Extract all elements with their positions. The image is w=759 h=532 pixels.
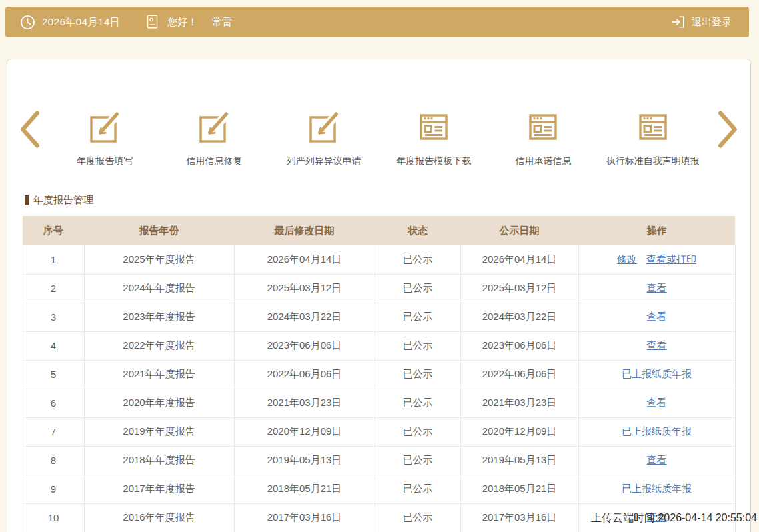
template-page-icon	[525, 109, 561, 145]
last-modified-date: 2019年05月13日	[234, 446, 375, 475]
action-link[interactable]: 查看	[647, 311, 667, 322]
action-link[interactable]: 查看	[647, 397, 667, 408]
action-link[interactable]: 查看或打印	[646, 253, 696, 265]
row-number: 6	[23, 389, 84, 417]
last-modified-date: 2020年12月09日	[234, 417, 375, 446]
table-body: 12025年年度报告2026年04月14日已公示2026年04月14日修改查看或…	[23, 245, 735, 532]
username: 常雷	[212, 16, 232, 29]
table-row: 52021年年度报告2022年06月06日已公示2022年06月06日已上报纸质…	[23, 360, 735, 389]
action-status-text: 已上报纸质年报	[622, 425, 692, 437]
table-row: 22024年年度报告2025年03月12日已公示2025年03月12日查看	[23, 274, 735, 303]
logout-icon	[670, 14, 686, 30]
status: 已公示	[375, 245, 460, 274]
table-row: 32023年年度报告2024年03月22日已公示2024年03月22日查看	[23, 303, 735, 331]
actions-cell: 已上报纸质年报	[578, 417, 735, 446]
carousel-item[interactable]: 年度报告模板下载	[379, 109, 488, 167]
carousel-item-label: 信用信息修复	[186, 155, 242, 167]
logout-button[interactable]: 退出登录	[670, 14, 732, 30]
publish-date: 2026年04月14日	[460, 245, 578, 274]
last-modified-date: 2025年03月12日	[234, 274, 375, 303]
actions-cell: 查看	[578, 274, 735, 303]
logout-label: 退出登录	[692, 16, 732, 29]
column-header: 公示日期	[460, 216, 578, 245]
actions-cell: 已上报纸质年报	[578, 475, 735, 503]
row-number: 9	[23, 475, 84, 503]
column-header: 操作	[578, 216, 735, 245]
action-link[interactable]: 修改	[617, 253, 637, 265]
actions-cell: 查看	[578, 389, 735, 417]
main-panel: 年度报告填写 信用信息修复 列严列异异议申请 年度报告模板下载 信用承诺信息	[7, 59, 751, 532]
chevron-left-icon	[18, 110, 42, 149]
action-status-text: 已上报纸质年报	[622, 368, 692, 379]
carousel-item-label: 年度报告填写	[77, 155, 133, 167]
section-title: 年度报告管理	[25, 194, 750, 207]
report-year: 2025年年度报告	[84, 245, 234, 274]
topbar-left-group: 2026年04月14日 您好！ 常雷	[5, 14, 232, 30]
column-header: 最后修改日期	[234, 216, 375, 245]
carousel-item[interactable]: 执行标准自我声明填报	[598, 109, 708, 167]
report-year: 2020年年度报告	[84, 389, 234, 417]
carousel-next-button[interactable]	[716, 110, 740, 149]
status: 已公示	[375, 475, 460, 503]
table-row: 72019年年度报告2020年12月09日已公示2020年12月09日已上报纸质…	[23, 417, 735, 446]
column-header: 序号	[23, 216, 84, 245]
table-header-row: 序号报告年份最后修改日期状态公示日期操作	[23, 216, 735, 245]
row-number: 10	[23, 503, 84, 532]
carousel-prev-button[interactable]	[18, 110, 42, 149]
id-badge-icon	[145, 14, 159, 30]
carousel-item[interactable]: 年度报告填写	[50, 109, 159, 167]
publish-date: 2018年05月21日	[460, 475, 578, 503]
last-modified-date: 2026年04月14日	[234, 245, 375, 274]
edit-square-icon	[196, 109, 232, 145]
report-year: 2016年年度报告	[84, 503, 234, 532]
carousel-item-label: 信用承诺信息	[515, 155, 571, 167]
status: 已公示	[375, 331, 460, 360]
report-year: 2017年年度报告	[84, 475, 234, 503]
last-modified-date: 2024年03月22日	[234, 303, 375, 331]
status: 已公示	[375, 303, 460, 331]
column-header: 报告年份	[84, 216, 234, 245]
carousel-item[interactable]: 信用信息修复	[159, 109, 269, 167]
current-date: 2026年04月14日	[42, 16, 120, 29]
status: 已公示	[375, 446, 460, 475]
publish-date: 2020年12月09日	[460, 417, 578, 446]
publish-date: 2019年05月13日	[460, 446, 578, 475]
publish-date: 2024年03月22日	[460, 303, 578, 331]
annual-report-table: 序号报告年份最后修改日期状态公示日期操作 12025年年度报告2026年04月1…	[23, 216, 736, 532]
last-modified-date: 2022年06月06日	[234, 360, 375, 389]
row-number: 3	[23, 303, 84, 331]
action-status-text: 已上报纸质年报	[622, 483, 692, 494]
status: 已公示	[375, 274, 460, 303]
table-row: 92017年年度报告2018年05月21日已公示2018年05月21日已上报纸质…	[23, 475, 735, 503]
report-year: 2024年年度报告	[84, 274, 234, 303]
action-link[interactable]: 查看	[647, 339, 667, 351]
row-number: 5	[23, 360, 84, 389]
status: 已公示	[375, 503, 460, 532]
row-number: 7	[23, 417, 84, 446]
clock-icon	[20, 15, 35, 30]
table-row: 82018年年度报告2019年05月13日已公示2019年05月13日查看	[23, 446, 735, 475]
action-link[interactable]: 查看	[647, 282, 667, 293]
cloud-upload-timestamp: 上传云端时间:2026-04-14 20:55:04	[591, 511, 757, 525]
report-year: 2021年年度报告	[84, 360, 234, 389]
carousel-item[interactable]: 信用承诺信息	[488, 109, 598, 167]
carousel-item[interactable]: 列严列异异议申请	[269, 109, 379, 167]
publish-date: 2025年03月12日	[460, 274, 578, 303]
status: 已公示	[375, 360, 460, 389]
row-number: 8	[23, 446, 84, 475]
chevron-right-icon	[716, 110, 740, 149]
report-year: 2022年年度报告	[84, 331, 234, 360]
status: 已公示	[375, 417, 460, 446]
action-link[interactable]: 查看	[647, 454, 667, 465]
last-modified-date: 2017年03月16日	[234, 503, 375, 532]
table-row: 62020年年度报告2021年03月23日已公示2021年03月23日查看	[23, 389, 735, 417]
publish-date: 2023年06月06日	[460, 331, 578, 360]
report-year: 2018年年度报告	[84, 446, 234, 475]
row-number: 2	[23, 274, 84, 303]
template-page-icon	[416, 109, 452, 145]
actions-cell: 查看	[578, 303, 735, 331]
section-title-text: 年度报告管理	[33, 194, 93, 207]
greeting-text: 您好！	[167, 16, 197, 29]
status: 已公示	[375, 389, 460, 417]
last-modified-date: 2023年06月06日	[234, 331, 375, 360]
